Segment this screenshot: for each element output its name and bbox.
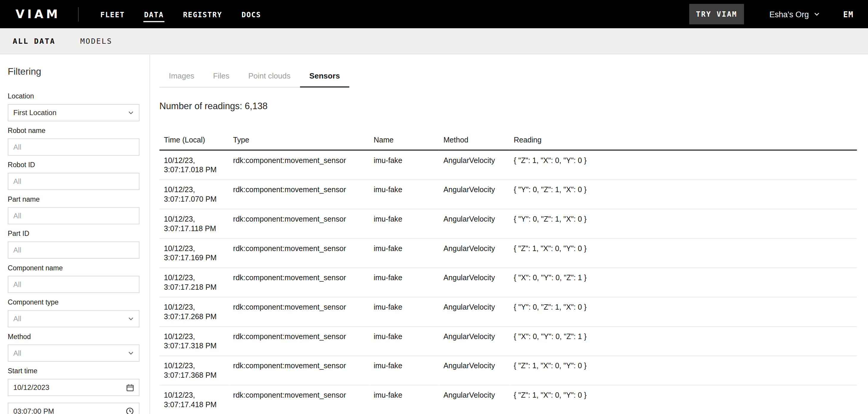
nav-item-fleet[interactable]: FLEET: [100, 6, 125, 22]
field-component-name: Component name: [8, 264, 140, 293]
nav-item-data[interactable]: DATA: [144, 6, 164, 22]
try-viam-button[interactable]: TRY VIAM: [689, 4, 744, 24]
tab-files[interactable]: Files: [204, 66, 239, 87]
cell-time: 10/12/23,3:07:17.268 PM: [159, 297, 228, 327]
part-id-input[interactable]: [8, 241, 140, 259]
tab-models[interactable]: MODELS: [80, 37, 112, 46]
filter-sidebar: Filtering Location First Location Robot …: [0, 54, 150, 414]
cell-method: AngularVelocity: [439, 239, 509, 268]
cell-type: rdk:component:movement_sensor: [228, 209, 369, 239]
cell-type: rdk:component:movement_sensor: [228, 385, 369, 414]
nav-divider: [78, 7, 79, 21]
field-label: Method: [8, 333, 140, 341]
field-label: Start time: [8, 367, 140, 376]
selected-value: All: [13, 315, 22, 323]
sub-nav: ALL DATA MODELS: [0, 28, 868, 54]
cell-type: rdk:component:movement_sensor: [228, 268, 369, 297]
cell-name: imu-fake: [369, 239, 439, 268]
content-area: Filtering Location First Location Robot …: [0, 54, 868, 414]
tab-all-data[interactable]: ALL DATA: [13, 37, 55, 46]
table-row[interactable]: 10/12/23,3:07:17.318 PM rdk:component:mo…: [159, 327, 857, 356]
cell-name: imu-fake: [369, 180, 439, 209]
cell-time: 10/12/23,3:07:17.070 PM: [159, 180, 228, 209]
field-label: Part name: [8, 196, 140, 204]
table-row[interactable]: 10/12/23,3:07:17.418 PM rdk:component:mo…: [159, 385, 857, 414]
org-name: Esha's Org: [769, 10, 809, 19]
field-label: Robot name: [8, 127, 140, 135]
cell-time: 10/12/23,3:07:17.118 PM: [159, 209, 228, 239]
cell-reading: { "Y": 0, "Z": 1, "X": 0 }: [509, 297, 857, 327]
table-row[interactable]: 10/12/23,3:07:17.118 PM rdk:component:mo…: [159, 209, 857, 239]
viam-logo[interactable]: VIAM: [16, 7, 60, 21]
cell-time: 10/12/23,3:07:17.018 PM: [159, 150, 228, 180]
nav-right-cluster: TRY VIAM Esha's Org EM: [689, 4, 854, 24]
cell-reading: { "Z": 1, "X": 0, "Y": 0 }: [509, 150, 857, 180]
sensor-readings-table: Time (Local) Type Name Method Reading 10…: [159, 134, 857, 414]
tab-images[interactable]: Images: [159, 66, 204, 87]
cell-name: imu-fake: [369, 356, 439, 385]
part-name-input[interactable]: [8, 207, 140, 224]
user-avatar[interactable]: EM: [843, 10, 854, 19]
chevron-down-icon: [128, 350, 134, 356]
cell-method: AngularVelocity: [439, 209, 509, 239]
cell-time: 10/12/23,3:07:17.418 PM: [159, 385, 228, 414]
viam-app: VIAM FLEET DATA REGISTRY DOCS TRY VIAM E…: [0, 0, 868, 414]
table-row[interactable]: 10/12/23,3:07:17.018 PM rdk:component:mo…: [159, 150, 857, 180]
robot-name-input[interactable]: [8, 139, 140, 156]
table-row[interactable]: 10/12/23,3:07:17.368 PM rdk:component:mo…: [159, 356, 857, 385]
cell-reading: { "Y": 0, "Z": 1, "X": 0 }: [509, 209, 857, 239]
cell-method: AngularVelocity: [439, 180, 509, 209]
location-select[interactable]: First Location: [8, 104, 140, 121]
component-name-input[interactable]: [8, 276, 140, 293]
table-row[interactable]: 10/12/23,3:07:17.218 PM rdk:component:mo…: [159, 268, 857, 297]
clock-icon[interactable]: [126, 407, 134, 414]
cell-time: 10/12/23,3:07:17.218 PM: [159, 268, 228, 297]
primary-nav: FLEET DATA REGISTRY DOCS: [100, 6, 262, 22]
data-panel: Images Files Point clouds Sensors Number…: [150, 54, 868, 414]
cell-type: rdk:component:movement_sensor: [228, 150, 369, 180]
cell-reading: { "Z": 1, "X": 0, "Y": 0 }: [509, 356, 857, 385]
field-label: Location: [8, 92, 140, 101]
cell-name: imu-fake: [369, 385, 439, 414]
field-robot-id: Robot ID: [8, 161, 140, 190]
component-type-select[interactable]: All: [8, 310, 140, 327]
method-select[interactable]: All: [8, 345, 140, 362]
selected-value: All: [13, 349, 22, 357]
table-header-row: Time (Local) Type Name Method Reading: [159, 134, 857, 150]
cell-reading: { "Z": 1, "X": 0, "Y": 0 }: [509, 385, 857, 414]
column-header-type: Type: [228, 134, 369, 150]
tab-point-clouds[interactable]: Point clouds: [239, 66, 300, 87]
chevron-down-icon: [128, 316, 134, 322]
readings-count: Number of readings: 6,138: [159, 101, 857, 111]
cell-type: rdk:component:movement_sensor: [228, 297, 369, 327]
cell-reading: { "X": 0, "Y": 0, "Z": 1 }: [509, 327, 857, 356]
chevron-down-icon: [814, 11, 820, 17]
cell-name: imu-fake: [369, 209, 439, 239]
table-row[interactable]: 10/12/23,3:07:17.169 PM rdk:component:mo…: [159, 239, 857, 268]
start-date-input[interactable]: 10/12/2023: [8, 379, 140, 396]
cell-type: rdk:component:movement_sensor: [228, 239, 369, 268]
table-row[interactable]: 10/12/23,3:07:17.070 PM rdk:component:mo…: [159, 180, 857, 209]
cell-name: imu-fake: [369, 150, 439, 180]
cell-time: 10/12/23,3:07:17.368 PM: [159, 356, 228, 385]
cell-method: AngularVelocity: [439, 297, 509, 327]
field-robot-name: Robot name: [8, 127, 140, 155]
org-switcher[interactable]: Esha's Org: [769, 10, 820, 19]
time-value: 03:07:00 PM: [13, 407, 54, 414]
nav-item-docs[interactable]: DOCS: [241, 6, 261, 22]
cell-time: 10/12/23,3:07:17.169 PM: [159, 239, 228, 268]
chevron-down-icon: [128, 110, 134, 116]
tab-sensors[interactable]: Sensors: [300, 66, 349, 87]
cell-method: AngularVelocity: [439, 150, 509, 180]
cell-method: AngularVelocity: [439, 356, 509, 385]
start-time-input[interactable]: 03:07:00 PM: [8, 403, 140, 414]
calendar-icon[interactable]: [126, 384, 134, 391]
robot-id-input[interactable]: [8, 173, 140, 190]
column-header-method: Method: [439, 134, 509, 150]
table-row[interactable]: 10/12/23,3:07:17.268 PM rdk:component:mo…: [159, 297, 857, 327]
field-location: Location First Location: [8, 92, 140, 121]
top-nav: VIAM FLEET DATA REGISTRY DOCS TRY VIAM E…: [0, 0, 868, 28]
nav-item-registry[interactable]: REGISTRY: [183, 6, 223, 22]
field-part-name: Part name: [8, 196, 140, 224]
field-method: Method All: [8, 333, 140, 362]
